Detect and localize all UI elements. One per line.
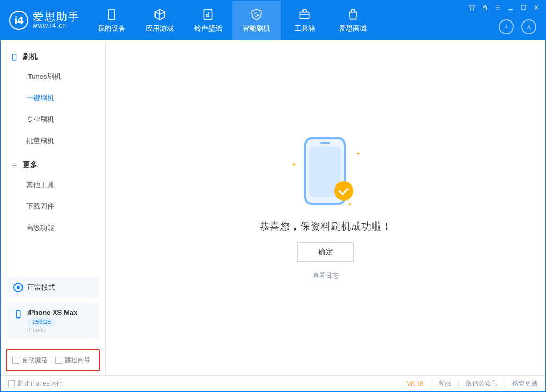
sidebar-item-label: 下载固件 xyxy=(26,202,54,210)
checkbox-label: 阻止iTunes运行 xyxy=(18,379,63,388)
list-icon xyxy=(10,161,18,169)
sidebar-item-download-fw[interactable]: 下载固件 xyxy=(1,196,105,217)
device-type: iPhone xyxy=(27,327,77,333)
brand-logo-icon: i4 xyxy=(9,11,28,30)
sidebar: 刷机 iTunes刷机 一键刷机 专业刷机 批量刷机 更多 其他工具 下载固件 … xyxy=(1,40,106,375)
brand-text: 爱思助手 www.i4.cn xyxy=(33,11,80,29)
sidebar-item-label: 其他工具 xyxy=(26,181,54,189)
minimize-icon[interactable] xyxy=(507,4,514,11)
toolbox-icon xyxy=(298,8,312,21)
checkbox-label: 自动激活 xyxy=(22,356,48,365)
device-card[interactable]: iPhone XS Max 256GB iPhone xyxy=(7,303,99,338)
tab-my-device[interactable]: 我的设备 xyxy=(87,1,136,40)
success-check-icon xyxy=(334,181,353,201)
sidebar-item-oneclick[interactable]: 一键刷机 xyxy=(1,87,105,109)
brand-name: 爱思助手 xyxy=(33,11,80,23)
divider: | xyxy=(430,380,432,388)
tab-toolbox[interactable]: 工具箱 xyxy=(281,1,329,40)
sidebar-item-label: 专业刷机 xyxy=(26,115,54,123)
sidebar-item-itunes[interactable]: iTunes刷机 xyxy=(1,66,105,87)
svg-rect-6 xyxy=(12,54,16,60)
sidebar-item-label: iTunes刷机 xyxy=(26,72,61,80)
top-tabs: 我的设备 应用游戏 铃声壁纸 智能刷机 工具箱 爱思商城 xyxy=(87,1,377,40)
ok-button[interactable]: 确定 xyxy=(297,242,354,262)
checkbox-block-itunes[interactable]: 阻止iTunes运行 xyxy=(8,379,63,388)
bag-icon xyxy=(346,8,360,21)
svg-point-5 xyxy=(528,25,530,27)
tab-label: 智能刷机 xyxy=(242,24,270,33)
svg-rect-1 xyxy=(204,9,212,20)
main-content: ✦ ✦ ✦ 恭喜您，保资料刷机成功啦！ 确定 查看日志 xyxy=(106,40,545,375)
user-icon xyxy=(525,23,533,31)
sidebar-item-batch[interactable]: 批量刷机 xyxy=(1,130,105,152)
link-customer-service[interactable]: 客服 xyxy=(438,379,451,388)
divider: | xyxy=(504,380,506,388)
version-label: V8.16 xyxy=(407,380,423,388)
lock-icon[interactable] xyxy=(481,4,489,11)
download-button[interactable] xyxy=(499,19,514,34)
mode-card[interactable]: 正常模式 xyxy=(7,277,99,298)
svg-rect-0 xyxy=(109,9,115,20)
sidebar-item-other-tools[interactable]: 其他工具 xyxy=(1,174,105,196)
group-title: 刷机 xyxy=(23,52,38,62)
device-name: iPhone XS Max xyxy=(27,308,77,316)
success-illustration: ✦ ✦ ✦ xyxy=(288,135,363,210)
brand-url: www.i4.cn xyxy=(33,23,80,29)
sidebar-item-label: 一键刷机 xyxy=(26,94,54,102)
tab-smart-flash[interactable]: 智能刷机 xyxy=(232,1,281,40)
checkbox-icon xyxy=(8,380,15,387)
close-icon[interactable] xyxy=(533,4,540,11)
sparkle-icon: ✦ xyxy=(291,161,297,168)
tab-label: 工具箱 xyxy=(294,24,315,33)
svg-rect-2 xyxy=(300,12,309,19)
download-icon xyxy=(503,23,510,31)
sidebar-item-label: 高级功能 xyxy=(26,224,54,232)
brand: i4 爱思助手 www.i4.cn xyxy=(1,1,87,40)
tab-label: 我的设备 xyxy=(98,24,126,33)
sidebar-group-more: 更多 xyxy=(1,156,105,174)
device-phone-icon xyxy=(13,309,23,319)
svg-rect-3 xyxy=(483,7,487,10)
tab-apps[interactable]: 应用游戏 xyxy=(136,1,184,40)
tab-ringtones[interactable]: 铃声壁纸 xyxy=(184,1,232,40)
menu-icon[interactable] xyxy=(494,4,501,11)
tab-label: 应用游戏 xyxy=(146,24,174,33)
tab-store[interactable]: 爱思商城 xyxy=(329,1,377,40)
maximize-icon[interactable] xyxy=(520,4,527,11)
sparkle-icon: ✦ xyxy=(356,150,361,158)
tab-label: 铃声壁纸 xyxy=(194,24,222,33)
app-header: i4 爱思助手 www.i4.cn 我的设备 应用游戏 铃声壁纸 智能刷机 工具… xyxy=(1,1,545,40)
svg-rect-4 xyxy=(521,5,526,10)
cube-icon xyxy=(153,8,167,21)
sparkle-icon: ✦ xyxy=(347,201,352,208)
flash-options-highlight: 自动激活 跳过向导 xyxy=(6,349,100,371)
link-check-update[interactable]: 检查更新 xyxy=(512,379,538,388)
checkbox-icon xyxy=(55,357,62,364)
music-file-icon xyxy=(201,8,215,21)
sidebar-item-pro[interactable]: 专业刷机 xyxy=(1,109,105,130)
phone-outline-icon xyxy=(10,53,18,61)
status-bar: 阻止iTunes运行 V8.16 | 客服 | 微信公众号 | 检查更新 xyxy=(1,375,545,391)
sidebar-item-label: 批量刷机 xyxy=(26,137,54,145)
device-storage-badge: 256GB xyxy=(27,318,56,326)
view-log-link[interactable]: 查看日志 xyxy=(313,271,338,280)
divider: | xyxy=(458,380,459,388)
user-button[interactable] xyxy=(521,19,536,34)
mode-label: 正常模式 xyxy=(27,283,55,292)
sidebar-item-advanced[interactable]: 高级功能 xyxy=(1,217,105,239)
tshirt-icon[interactable] xyxy=(468,4,476,11)
mode-icon xyxy=(13,283,23,292)
checkbox-icon xyxy=(12,357,19,364)
success-message: 恭喜您，保资料刷机成功啦！ xyxy=(260,220,392,233)
checkbox-auto-activate[interactable]: 自动激活 xyxy=(12,356,48,365)
phone-icon xyxy=(105,8,119,21)
sidebar-group-flash: 刷机 xyxy=(1,48,105,66)
refresh-shield-icon xyxy=(249,8,263,21)
group-title: 更多 xyxy=(23,160,38,170)
link-wechat[interactable]: 微信公众号 xyxy=(466,379,498,388)
tab-label: 爱思商城 xyxy=(339,24,367,33)
checkbox-skip-guide[interactable]: 跳过向导 xyxy=(55,356,91,365)
svg-rect-7 xyxy=(16,310,20,318)
checkbox-label: 跳过向导 xyxy=(65,356,91,365)
